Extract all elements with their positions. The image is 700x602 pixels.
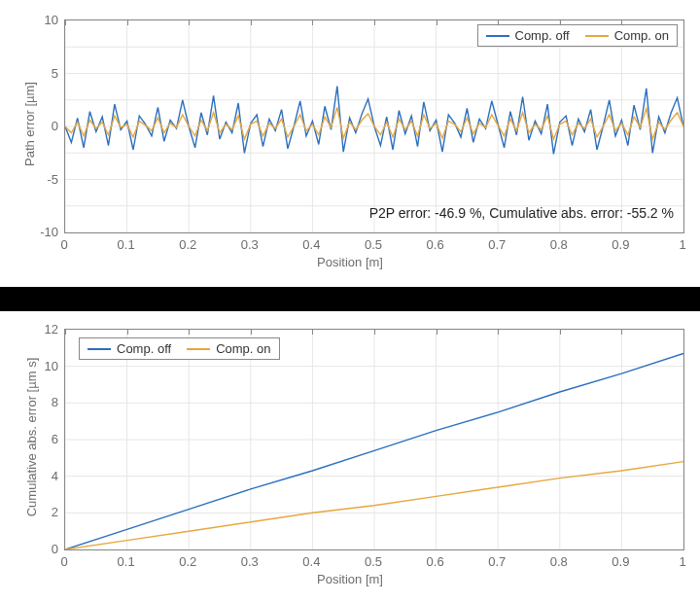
x-tick-label: 0.9 — [612, 237, 629, 252]
x-tick-label: 1 — [679, 554, 685, 569]
top-plot-svg — [65, 20, 683, 232]
x-tick-label: 0 — [60, 554, 67, 569]
x-tick-label: 0.2 — [179, 554, 196, 569]
legend-item-off: Comp. off — [88, 341, 171, 356]
x-tick-label: 1 — [679, 237, 685, 252]
top-y-ticks: -10-50510 — [0, 19, 64, 233]
x-tick-label: 0.3 — [241, 554, 259, 569]
legend-swatch-on — [187, 348, 210, 350]
bottom-plot-panel: Cumulative abs. error [µm s] Comp. off C… — [0, 311, 700, 602]
top-annotation-text: P2P error: -46.9 %, Cumulative abs. erro… — [369, 205, 674, 221]
legend-label-on: Comp. on — [216, 341, 270, 356]
x-tick-label: 0.8 — [550, 554, 568, 569]
x-tick-label: 0.5 — [365, 554, 382, 569]
y-tick-label: -5 — [0, 171, 58, 186]
legend-label-off: Comp. off — [117, 341, 171, 356]
x-tick-label: 0 — [60, 237, 67, 252]
bottom-plot-area: Comp. off Comp. on — [64, 329, 684, 550]
bottom-x-axis-label: Position [m] — [0, 572, 700, 586]
y-tick-label: -10 — [0, 225, 58, 239]
x-tick-label: 0.6 — [427, 237, 444, 252]
x-tick-label: 0.9 — [612, 554, 629, 569]
top-legend: Comp. off Comp. on — [477, 24, 679, 47]
bottom-legend: Comp. off Comp. on — [79, 337, 280, 360]
x-tick-label: 0.3 — [241, 237, 259, 252]
x-tick-label: 0.1 — [118, 554, 135, 569]
x-tick-label: 0.1 — [118, 237, 135, 252]
y-tick-label: 8 — [0, 395, 58, 409]
y-tick-label: 10 — [0, 13, 58, 27]
y-tick-label: 10 — [0, 358, 58, 372]
y-tick-label: 5 — [0, 65, 58, 80]
top-x-ticks: 00.10.20.30.40.50.60.70.80.91 — [64, 233, 684, 253]
x-tick-label: 0.5 — [365, 237, 382, 252]
bottom-y-ticks: 024681012 — [0, 329, 64, 550]
x-tick-label: 0.7 — [488, 554, 506, 569]
x-tick-label: 0.6 — [427, 554, 444, 569]
x-tick-label: 0.2 — [179, 237, 196, 252]
legend-item-on: Comp. on — [187, 341, 270, 356]
x-tick-label: 0.4 — [302, 554, 320, 569]
y-tick-label: 0 — [0, 119, 58, 133]
x-tick-label: 0.7 — [488, 237, 506, 252]
top-plot-area: Comp. off Comp. on P2P error: -46.9 %, C… — [64, 19, 684, 233]
legend-item-on: Comp. on — [585, 28, 669, 43]
x-tick-label: 0.8 — [550, 237, 568, 252]
legend-label-on: Comp. on — [614, 28, 669, 43]
legend-label-off: Comp. off — [515, 28, 570, 43]
legend-swatch-off — [486, 35, 509, 37]
legend-item-off: Comp. off — [486, 28, 570, 43]
y-tick-label: 0 — [0, 542, 58, 556]
y-tick-label: 6 — [0, 432, 58, 446]
y-tick-label: 4 — [0, 468, 58, 482]
legend-swatch-on — [585, 35, 609, 37]
page: Path error [µm] Comp. off Comp. on P2P e… — [0, 0, 700, 602]
y-tick-label: 12 — [0, 322, 58, 336]
y-tick-label: 2 — [0, 505, 58, 519]
bottom-plot-svg — [65, 330, 683, 549]
top-plot-panel: Path error [µm] Comp. off Comp. on P2P e… — [0, 0, 700, 287]
top-x-axis-label: Position [m] — [0, 255, 700, 269]
legend-swatch-off — [88, 348, 111, 350]
x-tick-label: 0.4 — [302, 237, 320, 252]
bottom-x-ticks: 00.10.20.30.40.50.60.70.80.91 — [64, 550, 684, 570]
